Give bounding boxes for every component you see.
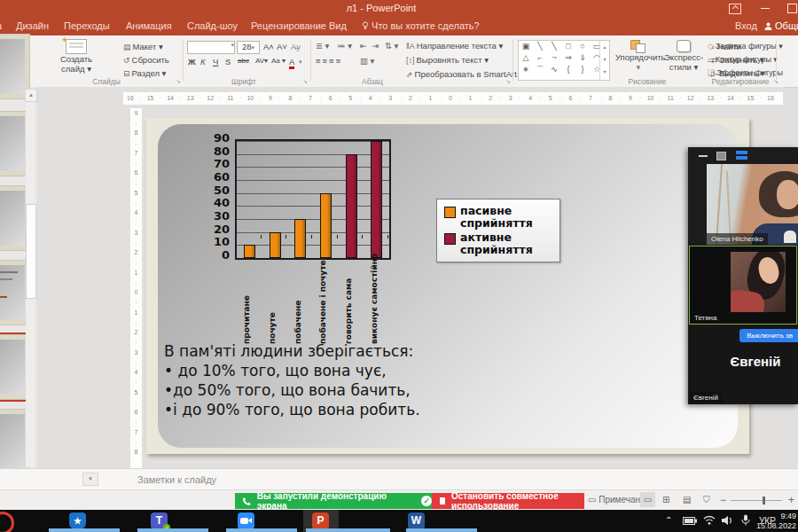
slides-group-label: Слайды: [53, 77, 160, 86]
bullets-button[interactable]: ≣ ▾: [316, 41, 329, 51]
participant-video-active[interactable]: Тетяна: [689, 246, 797, 325]
chart-legend[interactable]: пасивне сприйняттяактивне сприйняття: [436, 199, 560, 262]
browser-icon[interactable]: [0, 512, 14, 532]
zoom-gallery-view-icon[interactable]: [736, 151, 747, 160]
tab-slideshow[interactable]: Слайд-шоу: [187, 20, 238, 31]
find-button[interactable]: ⌕Найти: [711, 42, 741, 52]
chart-plot-area[interactable]: [235, 139, 391, 260]
align-text-button[interactable]: [↕]Выровнять текст ▾: [406, 55, 489, 65]
new-slide-button[interactable]: ✦ Создать слайд ▾: [34, 39, 119, 74]
chart-y-tick-label: 40: [200, 198, 230, 208]
layout-button[interactable]: ▤Макет ▾: [123, 42, 163, 51]
wifi-icon[interactable]: [703, 515, 716, 525]
defender-icon[interactable]: ★: [69, 512, 86, 529]
window-strip: [137, 528, 208, 532]
zoom-slider-track[interactable]: [731, 500, 782, 501]
chart-bar[interactable]: [244, 245, 255, 258]
font-color-arrow[interactable]: ▾: [299, 59, 302, 66]
zoom-minimize-icon[interactable]: [699, 155, 708, 157]
chart-bar[interactable]: [320, 193, 332, 258]
chart-bar[interactable]: [346, 154, 357, 258]
shapes-gallery[interactable]: ▣╲╲□○▭ △⌐¬⇒⇓◠ ∗⌒∿{}☆ ▴▾▾: [518, 40, 610, 81]
replace-button[interactable]: ⇄Заменить ▾: [711, 55, 764, 65]
tell-me-box[interactable]: Что вы хотите сделать?: [362, 20, 480, 31]
replace-button-icon: ⇄: [711, 56, 718, 65]
slide-sorter-icon[interactable]: ⊞: [662, 495, 669, 505]
tab-view[interactable]: Вид: [329, 20, 347, 31]
align-buttons[interactable]: ≡≡≡≡: [316, 56, 342, 66]
font-name-combo[interactable]: ▾: [187, 41, 235, 54]
tray-expand-icon[interactable]: ⌃: [665, 515, 672, 525]
restore-icon[interactable]: [787, 4, 797, 13]
tab-design[interactable]: Дизайн: [16, 20, 49, 31]
ribbon: у ✦ Создать слайд ▾ ▤Макет ▾ ↺Сбросить ⊟…: [0, 35, 798, 88]
char-spacing-button[interactable]: AV▾: [255, 57, 268, 65]
font-color-button[interactable]: A: [289, 57, 294, 69]
indent-decrease-button[interactable]: ⇤: [360, 41, 367, 51]
shrink-font-button[interactable]: A˅: [277, 42, 287, 51]
zoom-in-icon[interactable]: +: [788, 494, 794, 506]
participant-novideo[interactable]: Выключить зв Євгеній Євгеній: [689, 325, 798, 403]
zoom-slider-thumb[interactable]: [763, 497, 765, 505]
new-slide-icon: ✦: [66, 39, 87, 54]
slide-text-block[interactable]: В пам'яті людини зберігається: • до 10% …: [164, 341, 420, 419]
chart-bar[interactable]: [371, 141, 382, 258]
change-case-button[interactable]: Aa ▾: [271, 57, 286, 65]
thumbnail-scrollbar-thumb[interactable]: [26, 204, 36, 299]
line-spacing-button[interactable]: ⇅ ▾: [385, 41, 398, 51]
window-strip: [306, 528, 390, 532]
teams-icon[interactable]: T ✓: [151, 512, 168, 529]
ribbon-options-icon[interactable]: [729, 4, 741, 14]
battery-icon[interactable]: [683, 517, 697, 525]
share-button[interactable]: Общий доступ: [764, 20, 798, 31]
reset-button[interactable]: ↺Сбросить: [123, 55, 169, 65]
clear-format-button[interactable]: A̶y: [291, 42, 301, 51]
italic-button[interactable]: К: [200, 57, 206, 66]
shapes-scroll[interactable]: ▴▾▾: [599, 41, 609, 80]
horizontal-ruler: 16·15·14·13·12·11·10·9·8·7·6·5·4·3·2·1·0…: [122, 91, 784, 106]
stop-share-button[interactable]: Остановить совместное использование: [432, 493, 584, 509]
normal-view-icon[interactable]: ▭: [640, 492, 655, 507]
zoom-out-icon[interactable]: −: [720, 494, 726, 506]
text-direction-button[interactable]: ‖AНаправление текста ▾: [406, 41, 503, 51]
participant-video[interactable]: Olena Hlichenko: [707, 164, 798, 245]
slides-dialog-launcher[interactable]: ↘: [176, 78, 181, 85]
numbering-button[interactable]: ≔ ▾: [337, 41, 352, 51]
slideshow-icon[interactable]: ⛉: [703, 495, 710, 505]
minimize-icon[interactable]: [761, 8, 770, 9]
paragraph-dialog-launcher[interactable]: ↘: [505, 78, 511, 85]
word-icon[interactable]: W: [408, 512, 425, 529]
find-button-icon: ⌕: [711, 43, 716, 51]
chart-y-tick-label: 80: [200, 146, 230, 157]
chart-bar[interactable]: [270, 232, 281, 258]
underline-button[interactable]: Ч: [213, 57, 218, 66]
zoom-maximize-icon[interactable]: [716, 152, 726, 160]
columns-button[interactable]: ▥ ▾: [360, 56, 374, 66]
thumbnail-scroll-up-icon[interactable]: ▲: [25, 89, 37, 102]
font-dialog-launcher[interactable]: ↘: [302, 78, 308, 85]
notes-collapse-icon[interactable]: ▼: [82, 473, 98, 486]
notes-pane[interactable]: ▼ Заметки к слайду: [0, 468, 798, 490]
bold-button[interactable]: Ж: [188, 57, 196, 66]
grow-font-button[interactable]: A˄: [263, 42, 274, 51]
zoom-app-icon[interactable]: [238, 512, 254, 529]
tab-animations[interactable]: Анимация: [126, 20, 172, 31]
quick-styles-button[interactable]: Экспресс- стили ▾: [663, 40, 704, 72]
sign-in-button[interactable]: Вход: [735, 20, 757, 31]
chart-bar[interactable]: [294, 219, 306, 258]
slide-canvas[interactable]: 0102030405060708090 прочитанепочутепобач…: [146, 118, 749, 454]
clock[interactable]: 9:49 15.08.2022: [727, 512, 796, 530]
tab-review[interactable]: Рецензирование: [251, 20, 326, 31]
tab-fragment[interactable]: а: [0, 20, 2, 31]
reading-view-icon[interactable]: ▤: [683, 495, 691, 505]
font-size-combo[interactable]: 28▾: [237, 41, 260, 54]
thumbnail-scrollbar-track[interactable]: [26, 102, 35, 467]
strikethrough-button[interactable]: abc: [238, 57, 249, 65]
indent-increase-button[interactable]: ⇥: [372, 41, 379, 51]
arrange-button[interactable]: Упорядочить ▾: [615, 40, 661, 72]
zoom-meeting-window[interactable]: Olena Hlichenko Тетяна Выключить зв Євге…: [688, 147, 798, 404]
mute-button[interactable]: Выключить зв: [739, 329, 798, 342]
tab-transitions[interactable]: Переходы: [64, 20, 110, 31]
ruler-number: 11: [663, 95, 677, 101]
shadow-button[interactable]: S: [225, 57, 231, 66]
